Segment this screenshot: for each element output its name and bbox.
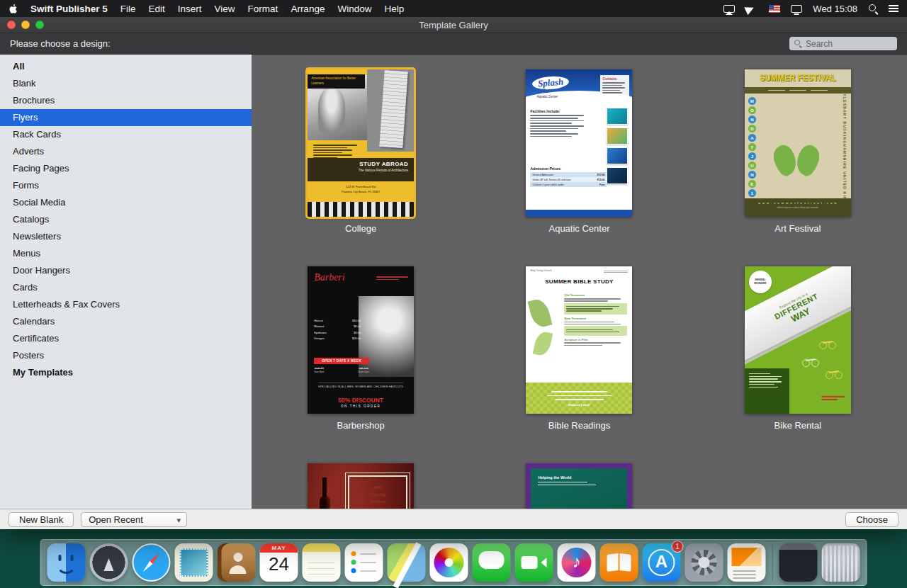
dock-books-icon[interactable]: [600, 543, 638, 582]
menu-file[interactable]: File: [120, 4, 136, 14]
college-org-text: American Association for Better Learners: [308, 74, 365, 89]
sidebar-item-letterheads-fax-covers[interactable]: Letterheads & Fax Covers: [0, 296, 252, 313]
sidebar-item-my-templates[interactable]: My Templates: [0, 364, 252, 381]
helping-thumbnail: Helping the World: [526, 463, 632, 509]
open-recent-dropdown[interactable]: Open Recent: [81, 512, 187, 527]
menu-window[interactable]: Window: [337, 4, 371, 14]
sidebar-item-catalogs[interactable]: Catalogs: [0, 211, 252, 228]
template-name: College: [345, 223, 376, 234]
dock-itunes-icon[interactable]: [558, 543, 596, 582]
gallery-toolbar: Please choose a design:: [0, 33, 907, 55]
bike-logo-badge: 2WHEEL WONDER: [749, 271, 772, 293]
sidebar-item-social-media[interactable]: Social Media: [0, 194, 252, 211]
display-icon[interactable]: [791, 5, 802, 13]
dock-calendar-icon[interactable]: MAY24: [260, 543, 298, 582]
template-card-college[interactable]: American Association for Better Learners…: [308, 69, 414, 234]
dock-swift-publisher-icon[interactable]: [728, 543, 766, 582]
college-address: 123 W. Front Beach Rd Panama City Beach,…: [308, 185, 414, 194]
catering-frame: ABC Catering Services: [348, 475, 407, 509]
menu-insert[interactable]: Insert: [178, 4, 202, 14]
apple-menu-icon[interactable]: [9, 3, 19, 14]
sidebar-item-certificates[interactable]: Certificates: [0, 330, 252, 347]
sidebar-item-calendars[interactable]: Calendars: [0, 313, 252, 330]
dock-maps-icon[interactable]: [388, 543, 426, 582]
template-card-helping-the-world[interactable]: Helping the World: [526, 463, 632, 509]
search-field[interactable]: [789, 37, 897, 50]
search-input[interactable]: [806, 39, 892, 49]
sidebar-item-rack-cards[interactable]: Rack Cards: [0, 126, 252, 143]
template-card-bike-rental[interactable]: Explore the city in a DIFFERENT WAY 2WHE…: [745, 266, 851, 431]
menubar-status-area: Wed 15:08: [723, 4, 898, 14]
bike-thumbnail: Explore the city in a DIFFERENT WAY 2WHE…: [745, 266, 851, 414]
bicycle-graphic: [819, 340, 836, 349]
choose-design-prompt: Please choose a design:: [10, 38, 111, 49]
bible-quote-footer: Matthew 3:20-27: [526, 383, 632, 414]
college-body-text: [313, 143, 362, 159]
dock: MAY241: [40, 539, 867, 586]
dock-reminders-icon[interactable]: [345, 543, 383, 582]
bicycle-graphic: [826, 370, 843, 379]
us-input-flag-icon[interactable]: [769, 5, 780, 13]
template-card-barbershop[interactable]: Barberi Haircut$10.00 Blowout$9.00 Eyebr…: [308, 266, 414, 431]
sidebar-item-newsletters[interactable]: Newsletters: [0, 228, 252, 245]
art-festival-thumbnail: SUMMER FESTIVAL MONDAYJUNE17 AYLESBURY B…: [745, 69, 851, 217]
sidebar-item-menus[interactable]: Menus: [0, 245, 252, 262]
menubar-menus: FileEditInsertViewFormatArrangeWindowHel…: [120, 4, 417, 14]
sidebar-item-forms[interactable]: Forms: [0, 177, 252, 194]
aquatic-admission-block: Admission Prices: General Admission$17.0…: [530, 166, 607, 187]
template-card-catering[interactable]: ABC Catering Services: [308, 463, 414, 509]
dock-mail-icon[interactable]: [175, 543, 213, 582]
dock-messages-icon[interactable]: [473, 543, 511, 582]
aquatic-footer-band: [526, 210, 632, 217]
dock-photos-icon[interactable]: [430, 543, 468, 582]
menu-edit[interactable]: Edit: [149, 4, 165, 14]
choose-button[interactable]: Choose: [845, 512, 898, 527]
template-card-aquatic-center[interactable]: Splash Aquatic Center Contacts: Faciliti…: [526, 69, 632, 234]
paper-plane-icon[interactable]: [745, 2, 760, 15]
barbershop-caption: SPECIALIZED IN ALL MEN, WOMEN AND CHILDR…: [308, 385, 414, 388]
template-name: Bike Rental: [774, 420, 821, 431]
menubar-clock[interactable]: Wed 15:08: [813, 4, 857, 14]
art-festival-date-circles: MONDAYJUNE17: [748, 96, 756, 207]
sidebar-item-cards[interactable]: Cards: [0, 279, 252, 296]
template-card-bible-readings[interactable]: Holy Trinity Church SUMMER BIBLE STUDY O…: [526, 266, 632, 431]
menu-view[interactable]: View: [215, 4, 235, 14]
art-festival-subtitle-strip: [745, 87, 851, 94]
dock-notes-icon[interactable]: [303, 543, 341, 582]
sidebar-item-brochures[interactable]: Brochures: [0, 92, 252, 109]
spotlight-icon[interactable]: [868, 4, 878, 13]
sidebar-item-adverts[interactable]: Adverts: [0, 143, 252, 160]
sidebar-item-facing-pages[interactable]: Facing Pages: [0, 160, 252, 177]
sidebar-item-blank[interactable]: Blank: [0, 75, 252, 92]
sidebar-item-flyers[interactable]: Flyers: [0, 109, 252, 126]
college-stripe-footer: [308, 202, 414, 217]
dock-safari-icon[interactable]: [133, 543, 171, 582]
aquatic-contacts-block: Contacts:: [600, 75, 629, 97]
dock-facetime-icon[interactable]: [515, 543, 553, 582]
sidebar-item-posters[interactable]: Posters: [0, 347, 252, 364]
dock-launchpad-icon[interactable]: [90, 543, 128, 582]
dock-app-store-icon[interactable]: 1: [643, 543, 681, 582]
dock-system-preferences-icon[interactable]: [685, 543, 723, 582]
new-blank-button[interactable]: New Blank: [9, 512, 74, 527]
template-name: Art Festival: [774, 223, 821, 234]
menu-arrange[interactable]: Arrange: [291, 4, 325, 14]
footer-bar: New Blank Open Recent Choose: [0, 509, 907, 529]
dock-separator: [772, 544, 773, 581]
dock-trash-icon[interactable]: [822, 543, 860, 582]
dock-contacts-icon[interactable]: [218, 543, 256, 582]
template-name: Aquatic Center: [548, 223, 609, 234]
notification-center-icon[interactable]: [889, 4, 898, 13]
sidebar-item-door-hangers[interactable]: Door Hangers: [0, 262, 252, 279]
sidebar-item-all[interactable]: All: [0, 58, 252, 75]
template-card-art-festival[interactable]: SUMMER FESTIVAL MONDAYJUNE17 AYLESBURY B…: [745, 69, 851, 234]
display-mirroring-icon[interactable]: [723, 5, 735, 13]
dock-window-thumbnail-icon[interactable]: [779, 543, 818, 582]
menu-format[interactable]: Format: [248, 4, 278, 14]
menu-help[interactable]: Help: [384, 4, 404, 14]
art-festival-title: SUMMER FESTIVAL: [749, 73, 847, 83]
menubar-app-name[interactable]: Swift Publisher 5: [30, 4, 108, 14]
dock-finder-icon[interactable]: [47, 543, 86, 582]
aquatic-photo: [607, 128, 628, 145]
chevron-down-icon: [177, 514, 181, 525]
